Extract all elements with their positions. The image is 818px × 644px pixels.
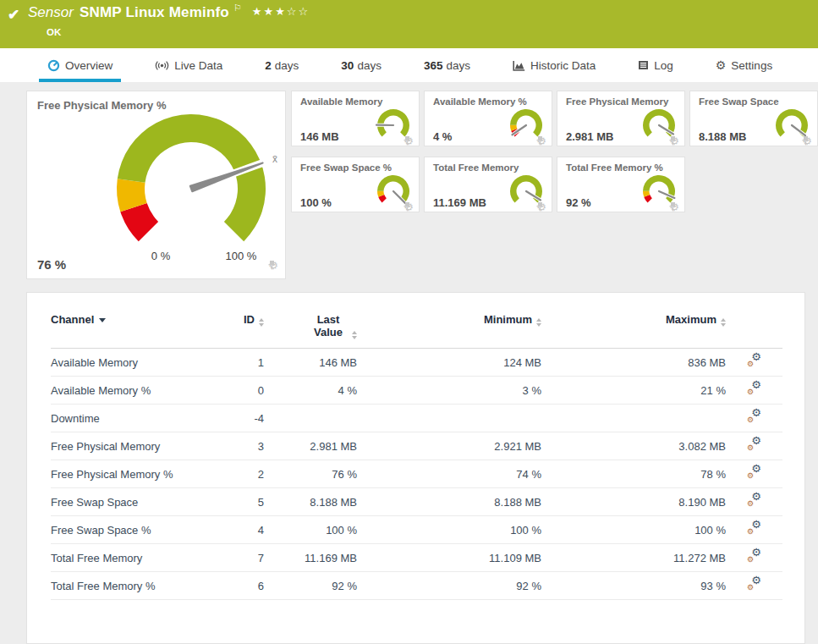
maximum-value: 93 %	[541, 572, 726, 600]
tab-label: Live Data	[174, 59, 222, 72]
channel-settings-gears-icon[interactable]: ⚙⚙	[747, 550, 761, 563]
panel-pin-icon[interactable]	[669, 135, 677, 146]
last-value: 4 %	[264, 377, 357, 405]
main-gauge-panel: x̄ Free Physical Memory % 0 % 100 % 76 %…	[26, 91, 286, 279]
maximum-value: 836 MB	[541, 349, 726, 377]
tab-historic-data[interactable]: Historic Data	[504, 48, 604, 82]
maximum-value: 78 %	[541, 460, 726, 488]
channel-row-available-memory[interactable]: Available Memory %04 %3 %21 %⚙⚙	[51, 377, 782, 405]
priority-flag-icon[interactable]: ⚐	[233, 3, 242, 14]
channel-row-total-free-memory[interactable]: Total Free Memory %692 %92 %93 %⚙⚙	[51, 572, 782, 600]
maximum-value: 11.272 MB	[541, 544, 726, 572]
last-value: 2.981 MB	[264, 432, 357, 460]
gauge-panel-free-swap-space: Free Swap Space8.188 MB⚙	[689, 91, 818, 146]
channel-row-total-free-memory[interactable]: Total Free Memory711.169 MB11.109 MB11.2…	[51, 544, 782, 572]
channel-row-downtime[interactable]: Downtime-4⚙⚙	[51, 405, 782, 432]
gauge-panel-available-memory: Available Memory146 MB⚙	[291, 91, 420, 146]
minimum-value: 11.109 MB	[357, 544, 541, 572]
last-value: 92 %	[264, 572, 357, 600]
tab-bar: OverviewLive Data2days30days365daysHisto…	[0, 48, 818, 82]
channel-id: 3	[220, 432, 264, 460]
channel-id: 4	[220, 516, 264, 544]
tab-settings[interactable]: ⚙Settings	[707, 48, 781, 82]
column-header-maximum[interactable]: Maximum	[541, 313, 726, 349]
panel-pin-icon[interactable]	[669, 201, 677, 212]
column-label: Last Value	[309, 313, 348, 339]
channel-row-free-swap-space[interactable]: Free Swap Space %4100 %100 %100 %⚙⚙	[51, 516, 782, 544]
column-header-last-value[interactable]: Last Value	[264, 313, 357, 349]
channel-settings-gears-icon[interactable]: ⚙⚙	[747, 383, 761, 395]
channel-id: 2	[220, 460, 264, 488]
column-header-minimum[interactable]: Minimum	[357, 313, 541, 349]
gauge-panel-total-free-memory: Total Free Memory %92 %⚙	[557, 157, 685, 212]
tab-overview[interactable]: Overview	[39, 48, 121, 82]
column-label: ID	[244, 313, 255, 326]
gauge-value-label: 92 %	[566, 196, 591, 209]
gauge-icon	[47, 59, 60, 72]
tab-365-days[interactable]: 365days	[415, 48, 479, 82]
gauge-value-label: 2.981 MB	[566, 130, 613, 143]
tab-label: Historic Data	[530, 59, 596, 72]
tab-2-days[interactable]: 2days	[256, 48, 307, 82]
panel-title: Free Swap Space	[699, 96, 779, 107]
panel-pin-icon[interactable]	[536, 135, 544, 146]
column-header-channel[interactable]: Channel	[51, 313, 220, 349]
minimum-value: 3 %	[357, 377, 541, 405]
minimum-value: 74 %	[357, 460, 541, 488]
sort-icon	[259, 318, 264, 327]
sensor-title: SNMP Linux Meminfo	[80, 4, 229, 21]
panel-title: Available Memory	[300, 96, 382, 107]
channel-settings-gears-icon[interactable]: ⚙⚙	[747, 410, 761, 423]
channel-name: Free Swap Space %	[51, 516, 220, 544]
channel-name: Available Memory %	[51, 377, 220, 405]
last-value: 76 %	[264, 460, 357, 488]
last-value: 100 %	[264, 516, 357, 544]
column-header-id[interactable]: ID	[220, 313, 264, 349]
channel-row-free-physical-memory[interactable]: Free Physical Memory32.981 MB2.921 MB3.0…	[51, 432, 782, 460]
panel-title: Available Memory %	[433, 96, 527, 107]
status-ok-check-icon: ✔	[8, 6, 19, 24]
tab-label: days	[275, 59, 299, 72]
channel-name: Downtime	[51, 405, 220, 432]
channel-settings-gears-icon[interactable]: ⚙⚙	[747, 355, 761, 367]
priority-rating-stars[interactable]: ★★★☆☆	[252, 5, 310, 18]
minimum-value	[357, 405, 541, 432]
column-header-actions	[726, 313, 782, 349]
channel-id: 1	[220, 349, 264, 377]
channel-row-free-physical-memory[interactable]: Free Physical Memory %276 %74 %78 %⚙⚙	[51, 460, 782, 488]
gauge-panel-free-physical-memory: Free Physical Memory2.981 MB⚙	[557, 91, 685, 146]
panel-pin-icon[interactable]	[404, 135, 411, 146]
gauge-value-label: 8.188 MB	[699, 130, 746, 143]
tab-log[interactable]: Log	[629, 48, 682, 82]
panel-pin-icon[interactable]	[404, 201, 411, 212]
channel-settings-gears-icon[interactable]: ⚙⚙	[747, 494, 761, 507]
tab-live-data[interactable]: Live Data	[146, 48, 231, 82]
channel-settings-gears-icon[interactable]: ⚙⚙	[747, 466, 761, 479]
minimum-value: 100 %	[357, 516, 541, 544]
tab-label: Overview	[65, 59, 113, 72]
panel-pin-icon[interactable]	[268, 260, 276, 270]
minimum-value: 124 MB	[357, 349, 541, 377]
tab-label: Settings	[731, 59, 772, 72]
channel-settings-gears-icon[interactable]: ⚙⚙	[747, 438, 761, 451]
last-value: 11.169 MB	[264, 544, 357, 572]
last-value: 8.188 MB	[264, 488, 357, 516]
channel-row-free-swap-space[interactable]: Free Swap Space58.188 MB8.188 MB8.190 MB…	[51, 488, 782, 516]
column-label: Channel	[51, 313, 94, 326]
gauge-value-label: 146 MB	[300, 130, 339, 143]
gauge-value-label: 76 %	[37, 257, 66, 272]
maximum-value: 21 %	[541, 377, 726, 405]
panel-title: Free Physical Memory	[566, 96, 668, 107]
channel-settings-gears-icon[interactable]: ⚙⚙	[747, 578, 761, 591]
panel-pin-icon[interactable]	[802, 135, 810, 146]
channel-name: Free Physical Memory %	[51, 460, 220, 488]
channel-id: 6	[220, 572, 264, 600]
channel-settings-gears-icon[interactable]: ⚙⚙	[747, 522, 761, 535]
maximum-value: 3.082 MB	[541, 432, 726, 460]
tab-30-days[interactable]: 30days	[332, 48, 390, 82]
object-kind-label: Sensor	[28, 4, 74, 21]
panel-pin-icon[interactable]	[536, 201, 544, 212]
maximum-value	[541, 405, 726, 432]
channel-row-available-memory[interactable]: Available Memory1146 MB124 MB836 MB⚙⚙	[51, 349, 782, 377]
minimum-value: 2.921 MB	[357, 432, 541, 460]
